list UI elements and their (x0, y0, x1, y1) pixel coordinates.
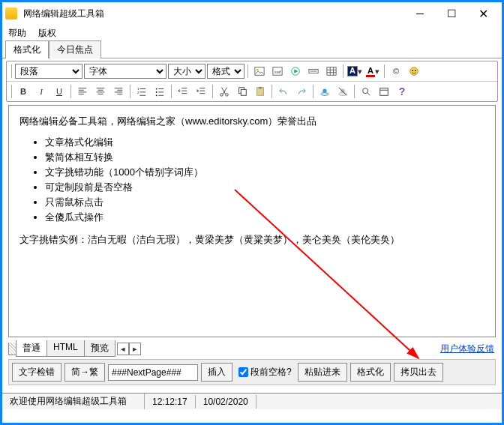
align-center-icon[interactable] (92, 84, 109, 99)
svg-point-9 (412, 70, 413, 71)
svg-rect-27 (380, 88, 388, 96)
scroll-arrows: ◂ ▸ (117, 343, 141, 355)
editor-area[interactable]: 网络编辑必备工具箱，网络编辑之家（www.editorsky.com）荣誉出品 … (8, 105, 496, 337)
list-item: 文字挑错功能（1000个错别字词库） (45, 166, 484, 179)
view-tab-html[interactable]: HTML (47, 340, 85, 356)
svg-point-8 (410, 67, 418, 76)
maximize-button[interactable]: ☐ (436, 3, 467, 24)
app-icon (5, 7, 17, 19)
italic-button[interactable]: I (33, 84, 50, 99)
marquee-icon[interactable] (305, 64, 322, 79)
status-time: 12:12:17 (145, 395, 196, 409)
space-before-input[interactable] (238, 367, 248, 377)
list-item: 可定制段前是否空格 (45, 181, 484, 194)
redo-icon[interactable] (293, 84, 310, 99)
bg-color-icon[interactable]: A▾ (346, 64, 363, 79)
close-button[interactable]: ✕ (467, 3, 499, 24)
main-tabs: 格式化 今日焦点 (2, 41, 502, 58)
list-item: 文章格式化编辑 (45, 136, 484, 149)
list-item: 繁简体相互转换 (45, 151, 484, 164)
tab-format[interactable]: 格式化 (5, 40, 49, 58)
spellcheck-button[interactable]: 文字检错 (12, 363, 62, 382)
svg-rect-0 (255, 67, 264, 76)
svg-point-10 (415, 70, 416, 71)
action-bar: 文字检错 简→繁 插入 段前空格? 粘贴进来 格式化 拷贝出去 (8, 359, 496, 385)
feedback-link[interactable]: 用户体验反馈 (440, 343, 494, 355)
paragraph-select[interactable]: 段落 (15, 64, 82, 79)
svg-point-22 (321, 93, 329, 96)
view-tab-preview[interactable]: 预览 (85, 340, 115, 356)
swf-icon[interactable]: swf (269, 64, 286, 79)
link-icon[interactable] (316, 84, 333, 99)
underline-button[interactable]: U (51, 84, 68, 99)
space-before-checkbox[interactable]: 段前空格? (238, 366, 292, 379)
menu-help[interactable]: 帮助 (8, 27, 26, 40)
svg-text:2: 2 (137, 91, 140, 94)
unordered-list-icon[interactable] (152, 84, 168, 99)
svg-point-25 (340, 89, 344, 93)
svg-text:swf: swf (274, 69, 281, 74)
emoji-icon[interactable] (406, 64, 422, 79)
media-icon[interactable] (287, 64, 304, 79)
status-bar: 欢迎使用网络编辑超级工具箱 12:12:17 10/02/2020 (2, 393, 502, 409)
insert-button[interactable]: 插入 (201, 363, 232, 382)
copy-out-button[interactable]: 拷贝出去 (394, 363, 443, 382)
list-item: 全傻瓜式操作 (45, 211, 484, 224)
toolbars: 段落 字体 大小 格式 swf A▾ A▾ © B I U 12 (6, 61, 498, 102)
view-tab-normal[interactable]: 普通 (16, 340, 47, 356)
paste-in-button[interactable]: 粘贴进来 (298, 363, 347, 382)
style-select[interactable]: 格式 (207, 64, 244, 79)
minimize-button[interactable]: ─ (404, 3, 436, 24)
svg-point-15 (156, 94, 158, 96)
status-date: 10/02/2020 (196, 395, 256, 409)
list-item: 只需鼠标点击 (45, 196, 484, 209)
window-title: 网络编辑超级工具箱 (23, 7, 404, 20)
svg-point-17 (226, 94, 229, 97)
indent-icon[interactable] (193, 84, 209, 99)
bold-button[interactable]: B (15, 84, 32, 99)
simp-to-trad-button[interactable]: 简→繁 (64, 363, 105, 382)
svg-point-23 (322, 89, 326, 93)
table-icon[interactable] (323, 64, 340, 79)
svg-rect-7 (327, 67, 336, 76)
svg-rect-21 (259, 87, 262, 89)
font-color-icon[interactable]: A▾ (364, 64, 381, 79)
menu-copyright[interactable]: 版权 (38, 27, 56, 40)
undo-icon[interactable] (275, 84, 292, 99)
size-select[interactable]: 大小 (168, 64, 206, 79)
unlink-icon[interactable] (334, 84, 351, 99)
image-icon[interactable] (251, 64, 268, 79)
svg-point-13 (156, 88, 158, 90)
copy-icon[interactable] (234, 84, 250, 99)
format-button[interactable]: 格式化 (350, 363, 391, 382)
intro-text: 网络编辑必备工具箱，网络编辑之家（www.editorsky.com）荣誉出品 (20, 115, 484, 128)
feature-list: 文章格式化编辑 繁简体相互转换 文字挑错功能（1000个错别字词库） 可定制段前… (45, 136, 484, 224)
tab-today[interactable]: 今日焦点 (49, 40, 101, 58)
scroll-left-icon[interactable]: ◂ (117, 343, 129, 355)
svg-point-14 (156, 91, 158, 93)
outdent-icon[interactable] (175, 84, 191, 99)
titlebar: 网络编辑超级工具箱 ─ ☐ ✕ (2, 2, 502, 25)
cut-icon[interactable] (216, 84, 232, 99)
align-right-icon[interactable] (110, 84, 127, 99)
example-text: 文字挑错实例：洁白无暇（洁白无瑕），黄梁美梦（黄粱美梦），美仑美奂（美伦美奂） (20, 233, 484, 247)
ordered-list-icon[interactable]: 12 (134, 84, 150, 99)
font-select[interactable]: 字体 (84, 64, 166, 79)
nextpage-input[interactable] (108, 364, 198, 381)
symbol-icon[interactable]: © (388, 64, 404, 79)
paste-icon[interactable] (252, 84, 268, 99)
tab-gutter (8, 343, 16, 355)
find-icon[interactable] (358, 84, 374, 99)
align-left-icon[interactable] (74, 84, 91, 99)
toolbar-row-1: 段落 字体 大小 格式 swf A▾ A▾ © (7, 61, 497, 81)
space-before-label: 段前空格? (250, 366, 292, 379)
status-welcome: 欢迎使用网络编辑超级工具箱 (2, 394, 145, 409)
date-icon[interactable] (376, 84, 392, 99)
view-tabs-row: 普通 HTML 预览 ◂ ▸ 用户体验反馈 (8, 340, 496, 357)
svg-point-26 (363, 88, 368, 94)
svg-point-16 (220, 94, 224, 97)
scroll-right-icon[interactable]: ▸ (129, 343, 141, 355)
help-icon[interactable]: ? (394, 84, 410, 99)
toolbar-row-2: B I U 12 ? (7, 81, 497, 101)
menubar: 帮助 版权 (2, 25, 502, 41)
